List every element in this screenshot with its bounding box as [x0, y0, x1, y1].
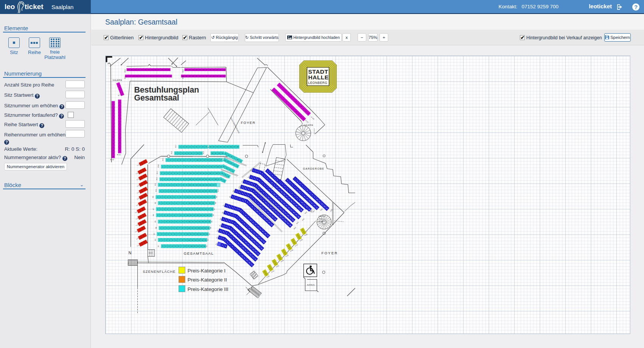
svg-text:11: 11	[191, 227, 193, 229]
svg-text:GARDEROBE: GARDEROBE	[303, 167, 324, 170]
svg-text:10: 10	[188, 190, 190, 192]
svg-text:15: 15	[206, 172, 208, 174]
svg-text:28: 28	[149, 75, 151, 77]
svg-text:40: 40	[216, 68, 218, 70]
svg-text:12: 12	[195, 178, 197, 180]
svg-text:R.B12: R.B12	[135, 172, 139, 175]
svg-text:12: 12	[203, 159, 205, 161]
svg-text:19: 19	[131, 68, 132, 70]
svg-text:12: 12	[194, 239, 196, 241]
svg-text:16: 16	[230, 146, 232, 148]
svg-text:37: 37	[188, 75, 190, 77]
svg-text:10: 10	[189, 178, 191, 180]
svg-text:10: 10	[211, 152, 213, 154]
svg-text:10: 10	[187, 214, 188, 216]
svg-text:16: 16	[112, 149, 114, 151]
svg-text:13: 13	[221, 152, 223, 154]
svg-text:14: 14	[201, 227, 203, 229]
svg-text:16: 16	[208, 190, 210, 192]
svg-text:16: 16	[207, 196, 208, 198]
svg-text:11: 11	[190, 233, 192, 235]
svg-text:18: 18	[216, 172, 218, 174]
svg-text:11: 11	[213, 146, 215, 148]
svg-text:12: 12	[196, 184, 198, 186]
svg-text:12: 12	[112, 136, 114, 138]
svg-text:R6: R6	[212, 214, 214, 216]
svg-text:27: 27	[146, 75, 148, 77]
svg-text:17: 17	[119, 150, 120, 152]
svg-text:15: 15	[213, 159, 215, 161]
svg-text:R4: R4	[209, 226, 211, 229]
svg-text:12: 12	[197, 245, 199, 247]
svg-text:R7: R7	[152, 208, 154, 210]
svg-text:3: 3	[113, 108, 114, 110]
svg-text:12: 12	[194, 227, 196, 229]
svg-text:14: 14	[202, 190, 204, 192]
svg-text:14: 14	[201, 239, 203, 241]
svg-text:15: 15	[203, 214, 205, 216]
svg-text:16: 16	[119, 147, 120, 149]
svg-text:13: 13	[201, 165, 202, 167]
svg-text:17: 17	[212, 184, 214, 186]
svg-text:2: 2	[113, 105, 114, 107]
svg-text:24: 24	[136, 75, 138, 77]
svg-text:R5: R5	[154, 220, 156, 222]
svg-text:11: 11	[194, 245, 196, 247]
svg-text:FOYER: FOYER	[321, 251, 338, 255]
svg-text:38: 38	[192, 75, 194, 77]
svg-text:14: 14	[223, 146, 225, 148]
svg-text:R12: R12	[156, 177, 157, 180]
svg-text:R13: R13	[156, 171, 158, 174]
svg-text:13: 13	[195, 208, 197, 210]
svg-text:43: 43	[209, 75, 211, 77]
svg-text:16: 16	[209, 172, 211, 174]
svg-text:R G4: R G4	[310, 116, 314, 120]
svg-text:18: 18	[236, 146, 238, 148]
svg-text:9: 9	[119, 125, 120, 127]
svg-text:33: 33	[192, 68, 194, 70]
svg-text:10: 10	[185, 208, 187, 210]
svg-text:HALLE: HALLE	[308, 74, 328, 80]
svg-text:18: 18	[112, 155, 114, 157]
svg-text:14: 14	[202, 184, 204, 186]
svg-text:10: 10	[196, 159, 198, 161]
svg-text:40: 40	[199, 75, 201, 77]
svg-text:5: 5	[113, 114, 114, 116]
svg-text:18: 18	[215, 178, 216, 180]
svg-text:11: 11	[112, 133, 114, 135]
svg-text:13: 13	[199, 172, 201, 174]
svg-text:Preis-Kategorie II: Preis-Kategorie II	[187, 277, 227, 283]
svg-text:SAALTRENNWAND: SAALTRENNWAND	[230, 117, 240, 134]
svg-text:11: 11	[191, 239, 193, 241]
svg-text:R13: R13	[304, 211, 307, 214]
svg-text:15: 15	[203, 196, 205, 198]
svg-text:R G1: R G1	[117, 153, 121, 155]
svg-text:14: 14	[200, 214, 202, 216]
svg-text:11: 11	[188, 208, 190, 210]
svg-text:38: 38	[209, 68, 211, 70]
svg-text:R9: R9	[152, 196, 154, 198]
svg-text:29: 29	[164, 68, 166, 70]
svg-text:8: 8	[119, 122, 120, 124]
svg-text:36: 36	[202, 68, 204, 70]
svg-text:11: 11	[192, 190, 194, 192]
svg-text:12: 12	[195, 202, 197, 204]
svg-text:R3: R3	[208, 233, 210, 235]
svg-text:37: 37	[206, 68, 208, 70]
svg-text:14: 14	[199, 233, 201, 235]
svg-text:GALERIE: GALERIE	[317, 220, 325, 222]
svg-text:21: 21	[126, 75, 128, 77]
svg-text:GESAMTSAAL: GESAMTSAAL	[184, 251, 213, 255]
svg-text:11: 11	[192, 221, 194, 223]
svg-text:32: 32	[163, 75, 165, 77]
svg-text:42: 42	[206, 75, 208, 77]
svg-text:R10: R10	[217, 189, 219, 192]
svg-text:16: 16	[216, 159, 218, 161]
svg-text:R.B10: R.B10	[137, 184, 140, 187]
svg-text:12: 12	[218, 152, 220, 154]
svg-text:R6: R6	[152, 214, 154, 216]
svg-text:29: 29	[152, 75, 154, 77]
svg-text:16: 16	[208, 178, 210, 180]
svg-text:5: 5	[119, 113, 120, 114]
svg-text:10: 10	[188, 202, 190, 204]
